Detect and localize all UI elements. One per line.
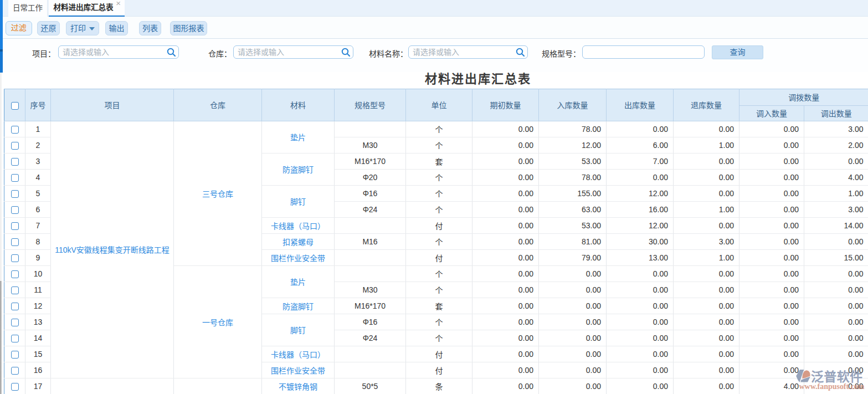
svg-text:www.fanpusoft.com: www.fanpusoft.com <box>799 382 865 391</box>
